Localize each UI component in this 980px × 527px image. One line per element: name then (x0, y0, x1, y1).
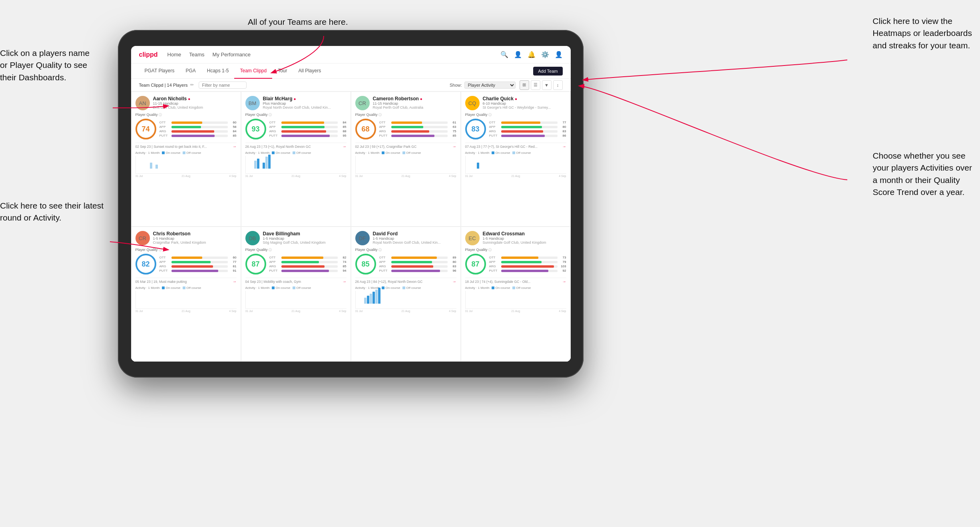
player-name[interactable]: Dave Billingham (263, 231, 347, 237)
on-course-dot (162, 151, 165, 154)
date-end: 4 Sep (559, 310, 566, 312)
grid-view-button[interactable]: ⊞ (520, 80, 529, 90)
annotation-teams: All of your Teams are here. (248, 16, 348, 28)
latest-round[interactable]: 07 Aug 23 | 77 (+7), St George's Hill GC… (465, 143, 566, 149)
tab-pga[interactable]: PGA (180, 64, 201, 79)
player-card[interactable]: DF David Ford 1-5 Handicap Royal North D… (351, 227, 461, 362)
round-arrow-icon: → (562, 144, 566, 149)
player-name[interactable]: David Ford (373, 231, 456, 237)
player-name[interactable]: Chris Robertson (153, 231, 237, 237)
top-nav: clippd Home Teams My Performance 🔍 👤 🔔 ⚙… (131, 46, 571, 64)
team-header: Team Clippd | 14 Players ✏ Show: Player … (131, 79, 571, 91)
quality-section[interactable]: 85 OTT 89 APP 80 ARG 83 PUT (355, 254, 456, 274)
round-text: 18 Jul 23 | 74 (+4), Sunningdale GC - Ol… (465, 280, 531, 284)
latest-round[interactable]: 05 Mar 23 | 19, Must make putting → (135, 278, 237, 284)
profile-icon[interactable]: 👤 (514, 51, 522, 58)
player-card[interactable]: CR Cameron Robertson ● 11-15 Handicap Ro… (351, 91, 461, 227)
nav-teams[interactable]: Teams (189, 52, 204, 58)
quality-circle[interactable]: 87 (245, 254, 266, 274)
player-name[interactable]: Edward Crossman (483, 231, 566, 237)
player-card[interactable]: DB Dave Billingham 1-5 Handicap Sög Magi… (241, 227, 351, 362)
stat-putt: PUTT 94 (269, 269, 347, 272)
latest-round[interactable]: 26 Aug 23 | 84 (+12), Royal North Devon … (355, 278, 456, 284)
latest-round[interactable]: 04 Sep 23 | Mobility with coach, Gym → (245, 278, 347, 284)
tab-all-players[interactable]: All Players (293, 64, 327, 79)
tab-hcaps[interactable]: Hcaps 1-5 (201, 64, 235, 79)
date-mid: 21 Aug (511, 310, 520, 312)
date-start: 31 Jul (465, 310, 473, 312)
latest-round[interactable]: 18 Jul 23 | 74 (+4), Sunningdale GC - Ol… (465, 278, 566, 284)
verified-icon: ● (188, 97, 190, 101)
quality-section[interactable]: 82 OTT 60 APP 77 ARG 81 PUT (135, 254, 237, 274)
settings-icon[interactable]: ⚙️ (541, 51, 549, 58)
quality-section[interactable]: 68 OTT 61 APP 63 ARG 75 PUT (355, 119, 456, 139)
nav-my-performance[interactable]: My Performance (213, 52, 251, 58)
player-name[interactable]: Blair McHarg ● (263, 96, 347, 101)
date-start: 31 Jul (465, 175, 473, 177)
player-name[interactable]: Aaron Nicholls ● (153, 96, 237, 101)
player-card[interactable]: BM Blair McHarg ● Plus Handicap Royal No… (241, 91, 351, 227)
avatar-icon[interactable]: 👤 (555, 51, 563, 58)
filter-view-button[interactable]: ▼ (542, 80, 552, 90)
search-icon[interactable]: 🔍 (500, 51, 508, 58)
player-card[interactable]: AN Aaron Nicholls ● 11-15 Handicap Drift… (131, 91, 241, 227)
activity-section: Activity · 1 Month On course Off course … (135, 151, 237, 177)
activity-section: Activity · 1 Month On course Off course … (245, 151, 347, 177)
tab-tour[interactable]: Tour (272, 64, 293, 79)
bell-icon[interactable]: 🔔 (528, 51, 536, 58)
off-course-dot (512, 286, 515, 289)
on-course-dot (272, 286, 275, 289)
quality-circle[interactable]: 82 (135, 254, 156, 274)
quality-circle[interactable]: 83 (465, 119, 486, 139)
on-course-label: On course (495, 151, 510, 155)
player-card[interactable]: EC Edward Crossman 1-5 Handicap Sunningd… (461, 227, 571, 362)
quality-circle[interactable]: 68 (355, 119, 376, 139)
annotation-activity: Choose whether you seeyour players Activ… (872, 150, 972, 199)
round-text: 04 Sep 23 | Mobility with coach, Gym (245, 280, 301, 284)
quality-section[interactable]: 87 OTT 73 APP 79 ARG 103 PU (465, 254, 566, 274)
player-name[interactable]: Charlie Quick ● (483, 96, 566, 101)
avatar: CR (135, 231, 150, 245)
latest-round[interactable]: 02 Sep 23 | Sunset round to get back int… (135, 143, 237, 149)
quality-section[interactable]: 83 OTT 77 APP 80 ARG 83 PUT (465, 119, 566, 139)
tab-pgat-players[interactable]: PGAT Players (139, 64, 180, 79)
stats-grid: OTT 73 APP 79 ARG 103 PUTT 92 (489, 256, 566, 272)
edit-icon[interactable]: ✏ (190, 82, 194, 88)
quality-section[interactable]: 93 OTT 84 APP 85 ARG 88 PUT (245, 119, 347, 139)
quality-section[interactable]: 74 OTT 60 APP 58 ARG 84 PUT (135, 119, 237, 139)
quality-circle[interactable]: 85 (355, 254, 376, 274)
quality-circle[interactable]: 74 (135, 119, 156, 139)
round-text: 26 Aug 23 | 73 (+1), Royal North Devon G… (245, 145, 311, 149)
quality-section[interactable]: 87 OTT 82 APP 74 ARG 85 PUT (245, 254, 347, 274)
date-mid: 21 Aug (291, 310, 300, 312)
latest-round[interactable]: 26 Aug 23 | 73 (+1), Royal North Devon G… (245, 143, 347, 149)
stat-ott: OTT 61 (379, 121, 456, 124)
list-view-button[interactable]: ☰ (531, 80, 540, 90)
player-info: Edward Crossman 1-5 Handicap Sunningdale… (483, 231, 566, 245)
sort-view-button[interactable]: ↕ (553, 80, 563, 90)
nav-home[interactable]: Home (167, 52, 181, 58)
show-select[interactable]: Player Activity Quality Score Trend (464, 82, 516, 89)
filter-input[interactable] (199, 82, 247, 89)
player-card[interactable]: CQ Charlie Quick ● 6-10 Handicap St Geor… (461, 91, 571, 227)
activity-label: Activity · 1 Month On course Off course (355, 286, 456, 290)
quality-circle[interactable]: 93 (245, 119, 266, 139)
off-course-label: Off course (296, 286, 311, 290)
player-info: Cameron Robertson ● 11-15 Handicap Royal… (373, 96, 456, 109)
date-start: 31 Jul (245, 310, 253, 312)
quality-label: Player Quality ⓘ (355, 113, 456, 117)
latest-round[interactable]: 02 Jul 23 | 59 (+17), Craigmillar Park G… (355, 143, 456, 149)
add-team-button[interactable]: Add Team (533, 67, 562, 76)
player-name[interactable]: Cameron Robertson ● (373, 96, 456, 101)
round-arrow-icon: → (233, 144, 237, 149)
player-info: Charlie Quick ● 6-10 Handicap St George'… (483, 96, 566, 109)
on-course-label: On course (275, 151, 290, 155)
quality-circle[interactable]: 87 (465, 254, 486, 274)
ipad-screen: clippd Home Teams My Performance 🔍 👤 🔔 ⚙… (131, 46, 571, 362)
tab-team-clippd[interactable]: Team Clippd (234, 64, 272, 79)
verified-icon: ● (420, 97, 422, 101)
stat-arg: ARG 103 (489, 264, 566, 268)
player-card[interactable]: CR Chris Robertson 1-5 Handicap Craigmil… (131, 227, 241, 362)
activity-label: Activity · 1 Month On course Off course (465, 286, 566, 290)
stat-app: APP 85 (269, 125, 347, 129)
